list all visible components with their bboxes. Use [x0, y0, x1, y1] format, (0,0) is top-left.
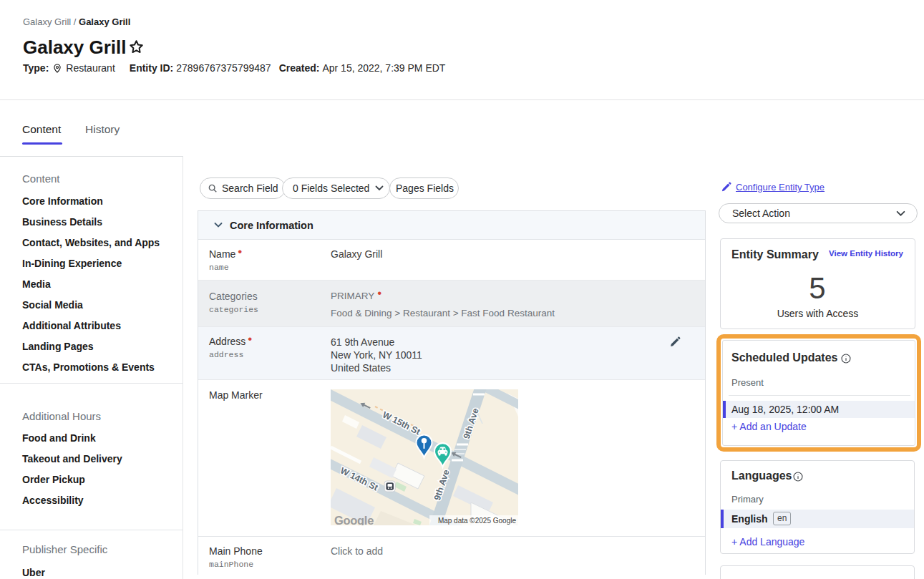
svg-text:Google: Google: [334, 514, 374, 525]
svg-text:Map data ©2025 Google: Map data ©2025 Google: [438, 517, 517, 525]
